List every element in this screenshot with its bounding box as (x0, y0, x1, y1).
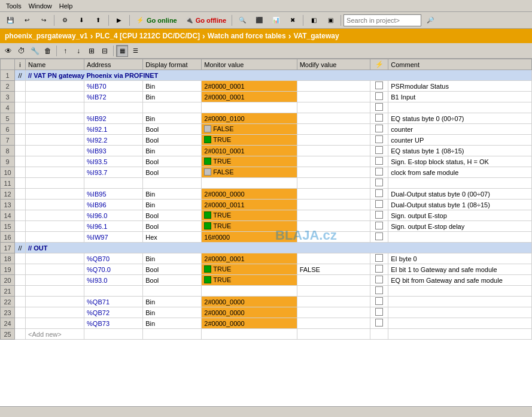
compile-button[interactable]: ⚙ (57, 14, 72, 27)
cell-mod[interactable] (297, 189, 370, 200)
cell-comment[interactable]: B1 Input (388, 92, 532, 102)
cell-mod[interactable] (297, 307, 370, 318)
cell-addr[interactable]: %IB92 (84, 113, 143, 124)
cell-comment[interactable] (388, 178, 532, 189)
cell-mod[interactable] (297, 210, 370, 221)
cell-force[interactable] (370, 81, 388, 92)
cell-comment[interactable] (388, 297, 532, 307)
cell-name[interactable]: // VAT PN gateway Phoenix via PROFINET (26, 70, 532, 81)
breadcrumb-part-4[interactable]: VAT_gateway (293, 32, 339, 40)
cell-mod[interactable] (297, 200, 370, 210)
table-row[interactable]: 9%I93.5BoolTRUESign. E-stop block status… (1, 156, 532, 167)
cell-comment[interactable]: Sign. output E-stop delay (388, 221, 532, 232)
cell-name[interactable] (26, 92, 84, 102)
force-checkbox[interactable] (375, 103, 383, 111)
cell-fmt[interactable]: Bin (143, 189, 202, 200)
cell-comment[interactable]: Sign. output E-stop (388, 210, 532, 221)
cell-name[interactable] (26, 167, 84, 178)
table-row[interactable]: 2%IB70Bin2#0000_0001PSRmodular Status (1, 81, 532, 92)
force-checkbox[interactable] (375, 135, 383, 143)
cell-comment[interactable] (388, 329, 532, 340)
cell-force[interactable] (370, 329, 388, 340)
cell-name[interactable] (26, 146, 84, 156)
cell-force[interactable] (370, 167, 388, 178)
cell-force[interactable] (370, 297, 388, 307)
menu-tools[interactable]: Tools (2, 1, 25, 11)
cell-fmt[interactable]: Bin (143, 146, 202, 156)
collapse-btn[interactable]: ⊟ (99, 45, 111, 57)
delete-btn[interactable]: 🗑 (42, 45, 54, 57)
download-button[interactable]: ⬇ (74, 14, 89, 27)
table-row[interactable]: 8%IB93Bin2#0010_0001EQ status byte 1 (08… (1, 146, 532, 156)
cell-name[interactable]: <Add new> (26, 329, 84, 340)
cell-mon[interactable]: 2#0000_0001 (202, 81, 297, 92)
cell-force[interactable] (370, 178, 388, 189)
cell-addr[interactable]: %IB72 (84, 92, 143, 102)
cell-addr[interactable]: %IB96 (84, 200, 143, 210)
force-checkbox[interactable] (375, 157, 383, 165)
cell-force[interactable] (370, 135, 388, 146)
force-checkbox[interactable] (375, 200, 383, 208)
start-sim-button[interactable]: ▶ (111, 14, 127, 27)
cell-addr[interactable] (84, 286, 143, 297)
force-checkbox[interactable] (375, 92, 383, 100)
cell-addr[interactable]: %I93.0 (84, 275, 143, 286)
cell-addr[interactable]: %I93.5 (84, 156, 143, 167)
col-header-addr[interactable]: Address (84, 59, 143, 70)
cell-force[interactable] (370, 156, 388, 167)
table-row[interactable]: 23%QB72Bin2#0000_0000 (1, 307, 532, 318)
cell-force[interactable] (370, 232, 388, 243)
cell-fmt[interactable]: Bin (143, 318, 202, 329)
cell-force[interactable] (370, 200, 388, 210)
cell-comment[interactable]: Dual-Output status byte 1 (08÷15) (388, 200, 532, 210)
show-list-btn[interactable]: ☰ (129, 45, 141, 57)
cell-mon[interactable]: 2#0000_0011 (202, 200, 297, 210)
cell-comment[interactable]: EI byte 0 (388, 253, 532, 264)
cell-comment[interactable] (388, 102, 532, 113)
force-checkbox[interactable] (375, 308, 383, 316)
hw-config-button[interactable]: ⬛ (251, 14, 267, 27)
table-row[interactable]: 1//// VAT PN gateway Phoenix via PROFINE… (1, 70, 532, 81)
menu-help[interactable]: Help (56, 1, 77, 11)
force-checkbox[interactable] (375, 254, 383, 262)
cell-addr[interactable]: %I96.1 (84, 221, 143, 232)
cell-mon[interactable]: 16#0000 (202, 232, 297, 243)
save-button[interactable]: 💾 (2, 14, 18, 27)
force-checkbox[interactable] (375, 276, 383, 283)
col-header-fmt[interactable]: Display format (143, 59, 202, 70)
cell-addr[interactable]: %Q70.0 (84, 264, 143, 275)
force-checkbox[interactable] (375, 114, 383, 122)
cell-fmt[interactable]: Bool (143, 210, 202, 221)
table-row[interactable]: 10%I93.7BoolFALSEclock from safe module (1, 167, 532, 178)
table-row[interactable]: 17//// OUT (1, 243, 532, 253)
undo-button[interactable]: ↩ (19, 14, 35, 27)
cell-force[interactable] (370, 113, 388, 124)
cell-mon[interactable]: 2#0000_0000 (202, 297, 297, 307)
cell-addr[interactable] (84, 329, 143, 340)
table-row[interactable]: 25<Add new> (1, 329, 532, 340)
cell-fmt[interactable]: Bin (143, 200, 202, 210)
cell-fmt[interactable]: Hex (143, 232, 202, 243)
cell-mon[interactable]: TRUE (202, 135, 297, 146)
cell-name[interactable] (26, 318, 84, 329)
menu-window[interactable]: Window (25, 1, 56, 11)
table-row[interactable]: 16%IW97Hex16#0000 (1, 232, 532, 243)
cell-addr[interactable]: %I93.7 (84, 167, 143, 178)
cell-force[interactable] (370, 210, 388, 221)
cell-addr[interactable]: %IW97 (84, 232, 143, 243)
cell-fmt[interactable] (143, 286, 202, 297)
table-row[interactable]: 7%I92.2BoolTRUEcounter UP (1, 135, 532, 146)
cell-name[interactable]: // OUT (26, 243, 532, 253)
panel-left-button[interactable]: ◧ (306, 14, 321, 27)
cell-fmt[interactable] (143, 178, 202, 189)
table-row[interactable]: 14%I96.0BoolTRUESign. output E-stop (1, 210, 532, 221)
cell-fmt[interactable]: Bool (143, 167, 202, 178)
cell-mod[interactable] (297, 253, 370, 264)
cell-comment[interactable] (388, 286, 532, 297)
cell-mod[interactable] (297, 102, 370, 113)
force-checkbox[interactable] (375, 265, 383, 273)
cell-mon[interactable]: 2#0000_0100 (202, 113, 297, 124)
cell-fmt[interactable]: Bool (143, 135, 202, 146)
force-checkbox[interactable] (375, 125, 383, 132)
breadcrumb-part-2[interactable]: PLC_4 [CPU 1212C DC/DC/DC] (95, 32, 200, 40)
